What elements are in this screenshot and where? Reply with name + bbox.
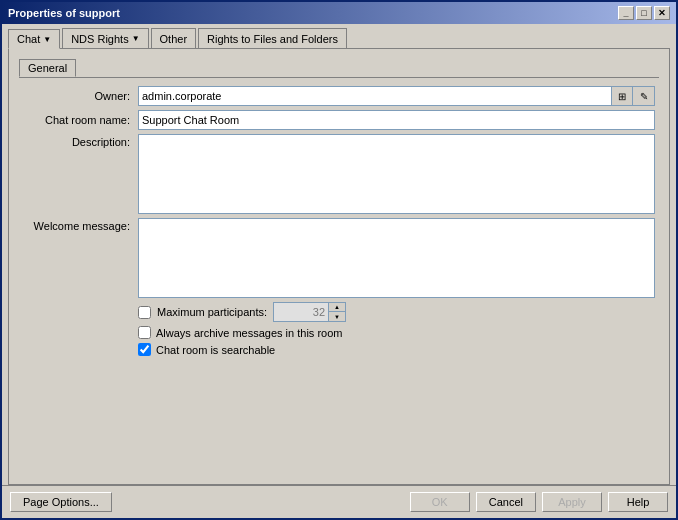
welcome-message-row: Welcome message: <box>23 218 655 298</box>
searchable-row: Chat room is searchable <box>23 343 655 356</box>
welcome-message-textarea[interactable] <box>138 218 655 298</box>
bottom-bar: Page Options... OK Cancel Apply Help <box>2 485 676 518</box>
cancel-button[interactable]: Cancel <box>476 492 536 512</box>
apply-button[interactable]: Apply <box>542 492 602 512</box>
owner-row: Owner: ⊞ ✎ <box>23 86 655 106</box>
tab-nds-rights-arrow: ▼ <box>132 34 140 43</box>
chat-room-name-row: Chat room name: <box>23 110 655 130</box>
content-area: General Owner: ⊞ ✎ Chat room <box>8 48 670 485</box>
owner-input-group: ⊞ ✎ <box>138 86 655 106</box>
description-row: Description: <box>23 134 655 214</box>
tabs-area: Chat ▼ NDS Rights ▼ Other Rights to File… <box>2 24 676 48</box>
archive-row: Always archive messages in this room <box>23 326 655 339</box>
searchable-checkbox[interactable] <box>138 343 151 356</box>
tab-rights-files-folders-label: Rights to Files and Folders <box>207 33 338 45</box>
tab-chat[interactable]: Chat ▼ <box>8 29 60 49</box>
edit-icon: ✎ <box>640 91 648 102</box>
searchable-label: Chat room is searchable <box>156 344 275 356</box>
archive-checkbox[interactable] <box>138 326 151 339</box>
owner-input[interactable] <box>138 86 611 106</box>
sub-tab-general[interactable]: General <box>19 59 76 77</box>
title-bar-controls: _ □ ✕ <box>618 6 670 20</box>
tab-other[interactable]: Other <box>151 28 197 48</box>
chat-room-name-label: Chat room name: <box>23 114 138 126</box>
description-textarea[interactable] <box>138 134 655 214</box>
maximize-button[interactable]: □ <box>636 6 652 20</box>
max-participants-label: Maximum participants: <box>157 306 267 318</box>
chat-room-name-input[interactable] <box>138 110 655 130</box>
sub-tab-general-label: General <box>28 62 67 74</box>
archive-label: Always archive messages in this room <box>156 327 342 339</box>
max-participants-spinner: ▲ ▼ <box>273 302 346 322</box>
tab-nds-rights[interactable]: NDS Rights ▼ <box>62 28 148 48</box>
tab-chat-label: Chat <box>17 33 40 45</box>
max-participants-group: Maximum participants: ▲ ▼ <box>23 302 655 322</box>
tab-nds-rights-label: NDS Rights <box>71 33 128 45</box>
owner-label: Owner: <box>23 90 138 102</box>
spin-up-button[interactable]: ▲ <box>329 303 345 312</box>
tab-other-label: Other <box>160 33 188 45</box>
help-button[interactable]: Help <box>608 492 668 512</box>
title-bar: Properties of support _ □ ✕ <box>2 2 676 24</box>
window-title: Properties of support <box>8 7 120 19</box>
welcome-message-label: Welcome message: <box>23 218 138 232</box>
close-button[interactable]: ✕ <box>654 6 670 20</box>
page-options-button[interactable]: Page Options... <box>10 492 112 512</box>
minimize-button[interactable]: _ <box>618 6 634 20</box>
owner-filter-button[interactable]: ⊞ <box>611 86 633 106</box>
spin-down-button[interactable]: ▼ <box>329 312 345 321</box>
max-participants-input[interactable] <box>273 302 328 322</box>
spinner-buttons: ▲ ▼ <box>328 302 346 322</box>
max-participants-checkbox[interactable] <box>138 306 151 319</box>
max-participants-row: Maximum participants: ▲ ▼ <box>23 302 655 322</box>
tab-rights-files-folders[interactable]: Rights to Files and Folders <box>198 28 347 48</box>
owner-edit-button[interactable]: ✎ <box>633 86 655 106</box>
description-label: Description: <box>23 134 138 148</box>
tab-chat-arrow: ▼ <box>43 35 51 44</box>
right-buttons: OK Cancel Apply Help <box>410 492 668 512</box>
sub-tabs-area: General <box>19 59 659 78</box>
form-area: Owner: ⊞ ✎ Chat room name: Descrip <box>19 78 659 368</box>
ok-button[interactable]: OK <box>410 492 470 512</box>
filter-icon: ⊞ <box>618 91 626 102</box>
main-window: Properties of support _ □ ✕ Chat ▼ NDS R… <box>0 0 678 520</box>
